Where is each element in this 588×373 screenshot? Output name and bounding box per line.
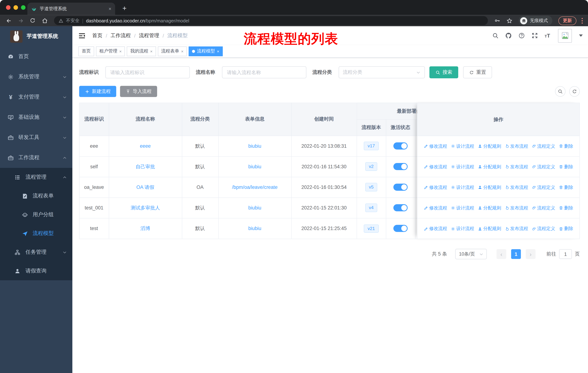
design-process-link[interactable]: 设计流程 [451, 184, 474, 191]
prev-page-button[interactable]: ‹ [496, 249, 506, 259]
breadcrumb-process-management[interactable]: 流程管理 [139, 32, 159, 39]
edit-process-link[interactable]: 修改流程 [424, 184, 447, 191]
page-size-select[interactable]: 10条/页 [455, 249, 487, 259]
form-link[interactable]: /bpm/oa/leave/create [232, 184, 278, 190]
tab-close-icon[interactable]: × [108, 6, 111, 12]
version-badge[interactable]: v21 [364, 224, 378, 232]
browser-tab[interactable]: 芋道管理系统 × [27, 2, 115, 15]
version-badge[interactable]: v4 [365, 204, 377, 212]
search-icon[interactable] [492, 32, 499, 39]
delete-link[interactable]: 删除 [558, 226, 573, 232]
minimize-window-button[interactable] [13, 5, 18, 10]
create-process-button[interactable]: 新建流程 [79, 86, 116, 97]
assign-rule-link[interactable]: 分配规则 [478, 143, 501, 149]
home-icon[interactable] [40, 16, 49, 25]
active-toggle[interactable] [393, 204, 408, 211]
delete-link[interactable]: 删除 [558, 205, 573, 211]
model-name-link[interactable]: 滔博 [140, 225, 150, 231]
reload-icon[interactable] [28, 16, 37, 25]
process-definition-link[interactable]: 流程定义 [532, 205, 555, 211]
font-size-icon[interactable]: TT [545, 33, 550, 39]
avatar-caret-icon[interactable] [579, 34, 583, 37]
update-browser-button[interactable]: 更新 [558, 16, 576, 25]
assign-rule-link[interactable]: 分配规则 [478, 163, 501, 170]
tag-process-form[interactable]: 流程表单× [158, 46, 187, 56]
close-window-button[interactable] [6, 5, 10, 10]
goto-page-input[interactable] [559, 249, 572, 259]
bookmark-star-icon[interactable] [504, 16, 514, 25]
active-toggle[interactable] [393, 225, 408, 232]
help-icon[interactable] [518, 32, 525, 39]
close-icon[interactable]: × [150, 49, 153, 53]
forward-icon[interactable] [16, 16, 25, 25]
delete-link[interactable]: 删除 [558, 143, 573, 149]
edit-process-link[interactable]: 修改流程 [424, 143, 447, 149]
sidebar-item-infra[interactable]: 基础设施 [0, 107, 72, 127]
avatar[interactable] [558, 29, 572, 42]
model-name-link[interactable]: 测试多审批人 [131, 205, 160, 210]
github-icon[interactable] [505, 32, 512, 39]
sidebar-item-system[interactable]: 系统管理 [0, 67, 72, 87]
breadcrumb-workflow[interactable]: 工作流程 [110, 32, 131, 39]
active-toggle[interactable] [393, 142, 408, 150]
model-name-link[interactable]: eeee [140, 143, 151, 149]
browser-menu-icon[interactable] [582, 18, 583, 23]
sidebar-item-payment[interactable]: ¥ 支付管理 [0, 87, 72, 107]
version-badge[interactable]: v17 [364, 142, 378, 150]
process-name-input[interactable] [222, 66, 306, 78]
sidebar-item-leave-query[interactable]: 请假查询 [0, 262, 72, 280]
tag-process-model[interactable]: 流程模型× [189, 46, 223, 56]
edit-process-link[interactable]: 修改流程 [424, 226, 447, 232]
process-definition-link[interactable]: 流程定义 [532, 143, 555, 149]
publish-process-link[interactable]: 发布流程 [504, 163, 528, 170]
delete-link[interactable]: 删除 [558, 184, 573, 191]
assign-rule-link[interactable]: 分配规则 [478, 226, 501, 232]
delete-link[interactable]: 删除 [558, 163, 573, 170]
active-toggle[interactable] [393, 163, 408, 170]
breadcrumb-home[interactable]: 首页 [92, 32, 102, 39]
next-page-button[interactable]: › [526, 249, 535, 259]
publish-process-link[interactable]: 发布流程 [504, 143, 528, 149]
version-badge[interactable]: v5 [365, 183, 377, 192]
assign-rule-link[interactable]: 分配规则 [478, 184, 501, 191]
process-definition-link[interactable]: 流程定义 [532, 226, 555, 232]
password-key-icon[interactable] [492, 16, 502, 25]
process-id-input[interactable] [105, 66, 190, 78]
search-button[interactable]: 搜索 [430, 66, 458, 78]
sidebar-item-process-management[interactable]: 流程管理 [0, 168, 72, 187]
close-icon[interactable]: × [119, 49, 122, 53]
model-name-link[interactable]: OA 请假 [136, 184, 154, 190]
page-number-active[interactable]: 1 [511, 249, 521, 259]
sidebar-item-devtools[interactable]: 研发工具 [0, 128, 72, 148]
edit-process-link[interactable]: 修改流程 [424, 163, 447, 170]
tag-my-process[interactable]: 我的流程× [127, 46, 156, 56]
form-link[interactable]: biubiu [248, 226, 261, 231]
version-badge[interactable]: v2 [365, 162, 377, 171]
back-icon[interactable] [4, 16, 13, 25]
process-category-select[interactable]: 流程分类 [339, 66, 425, 78]
sidebar-item-home[interactable]: 首页 [0, 46, 72, 67]
import-process-button[interactable]: 导入流程 [120, 86, 157, 97]
design-process-link[interactable]: 设计流程 [451, 143, 474, 149]
form-link[interactable]: biubiu [248, 205, 261, 211]
window-controls[interactable] [6, 5, 26, 10]
collapse-sidebar-icon[interactable] [78, 32, 86, 40]
active-toggle[interactable] [393, 184, 408, 191]
maximize-window-button[interactable] [21, 5, 26, 10]
design-process-link[interactable]: 设计流程 [451, 205, 474, 211]
close-icon[interactable]: × [217, 49, 219, 53]
refresh-table-button[interactable] [569, 86, 580, 97]
fullscreen-icon[interactable] [532, 32, 538, 39]
publish-process-link[interactable]: 发布流程 [504, 205, 528, 211]
url-bar[interactable]: 不安全 | dashboard.yudao.iocoder.cn/bpm/man… [54, 16, 488, 25]
process-definition-link[interactable]: 流程定义 [532, 184, 555, 191]
assign-rule-link[interactable]: 分配规则 [478, 205, 501, 211]
design-process-link[interactable]: 设计流程 [451, 163, 474, 170]
publish-process-link[interactable]: 发布流程 [504, 226, 528, 232]
reset-button[interactable]: 重置 [463, 66, 492, 78]
design-process-link[interactable]: 设计流程 [451, 226, 474, 232]
form-link[interactable]: biubiu [248, 164, 261, 169]
form-link[interactable]: biubiu [248, 143, 261, 149]
app-logo-row[interactable]: 芋道管理系统 [0, 26, 72, 46]
sidebar-item-task-management[interactable]: 任务管理 [0, 243, 72, 262]
